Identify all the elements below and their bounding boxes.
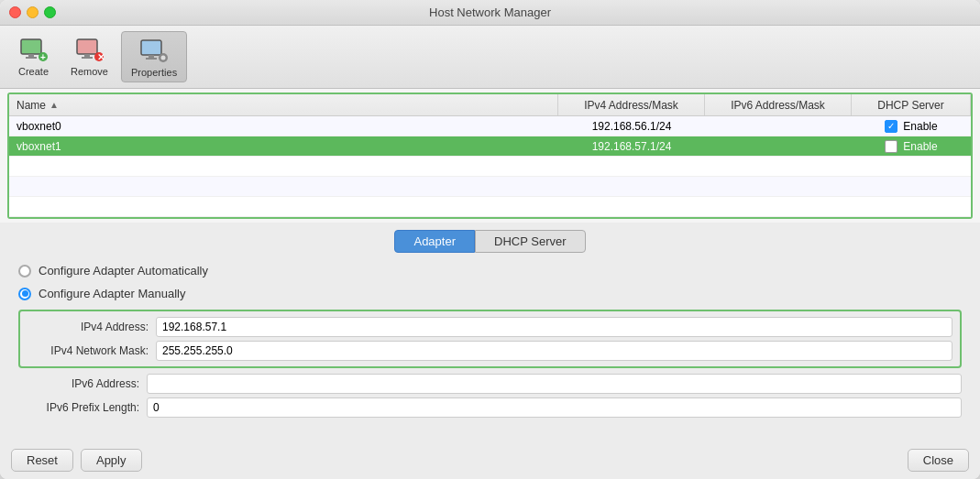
adapter-form: Configure Adapter Automatically Configur… [0,253,980,441]
titlebar-buttons [9,6,56,18]
radio-auto[interactable] [18,265,31,278]
table-body: vboxnet0 192.168.56.1/24 Enable vboxnet1… [9,116,971,217]
svg-point-14 [161,56,166,60]
properties-button[interactable]: Properties [121,31,187,82]
left-buttons: Reset Apply [11,449,142,472]
svg-rect-11 [149,55,154,58]
radio-auto-label: Configure Adapter Automatically [39,264,208,278]
minimize-button[interactable] [27,6,39,18]
titlebar: Host Network Manager [0,0,980,26]
ipv4-mask-label: IPv4 Network Mask: [28,344,156,357]
right-buttons: Close [908,449,969,472]
create-button[interactable]: + Create [9,31,58,82]
ipv4-mask-input[interactable] [156,341,952,361]
svg-rect-12 [146,58,157,60]
radio-auto-row[interactable]: Configure Adapter Automatically [18,264,962,278]
col-dhcp: DHCP Server [852,94,971,115]
svg-rect-2 [26,57,37,59]
remove-label: Remove [71,66,108,77]
empty-row [9,197,971,217]
ipv6-address-input[interactable] [147,374,962,394]
apply-button[interactable]: Apply [81,449,142,472]
svg-rect-1 [28,54,34,57]
ipv6-address-label: IPv6 Address: [18,377,147,390]
svg-text:✕: ✕ [96,52,104,62]
ipv4-fields-section: IPv4 Address: IPv4 Network Mask: [18,310,962,368]
create-label: Create [18,66,49,77]
tab-dhcp-server[interactable]: DHCP Server [475,230,586,253]
cell-dhcp-1: Enable [852,136,971,156]
ipv4-mask-row: IPv4 Network Mask: [28,341,952,361]
ipv6-address-row: IPv6 Address: [18,374,962,394]
svg-rect-10 [141,40,161,55]
ipv4-address-input[interactable] [156,317,952,337]
col-ipv4: IPv4 Address/Mask [558,94,705,115]
properties-label: Properties [131,67,177,78]
dhcp-checkbox-0[interactable] [885,120,897,133]
empty-row [9,177,971,197]
cell-name-0: vboxnet0 [9,116,558,136]
ipv6-prefix-input[interactable] [147,397,962,418]
col-name: Name ▲ [9,94,558,115]
toolbar: + Create ✕ Remove [0,26,980,89]
table-row[interactable]: vboxnet0 192.168.56.1/24 Enable [9,116,971,136]
window-title: Host Network Manager [429,5,551,19]
reset-button[interactable]: Reset [11,449,73,472]
col-ipv6: IPv6 Address/Mask [705,94,852,115]
ipv6-prefix-label: IPv6 Prefix Length: [18,401,147,414]
close-window-button[interactable] [9,6,21,18]
properties-icon [139,36,169,65]
create-icon: + [19,35,49,64]
host-network-manager-window: Host Network Manager + Create [0,0,980,479]
tabs-bar: Adapter DHCP Server [0,223,980,253]
cell-dhcp-0: Enable [852,116,971,136]
radio-manual[interactable] [18,288,31,300]
svg-text:+: + [40,52,46,62]
tab-adapter[interactable]: Adapter [394,230,475,253]
dhcp-checkbox-1[interactable] [885,140,897,153]
svg-rect-0 [21,39,41,54]
ipv4-address-label: IPv4 Address: [28,321,156,333]
svg-rect-5 [77,39,97,54]
cell-ipv6-0 [705,116,852,136]
cell-ipv4-0: 192.168.56.1/24 [558,116,705,136]
maximize-button[interactable] [44,6,56,18]
remove-icon: ✕ [75,35,105,64]
radio-manual-row[interactable]: Configure Adapter Manually [18,287,962,300]
ipv4-address-row: IPv4 Address: [28,317,952,337]
close-button[interactable]: Close [908,449,969,472]
empty-row [9,157,971,177]
ipv6-prefix-row: IPv6 Prefix Length: [18,397,962,418]
radio-manual-label: Configure Adapter Manually [39,287,185,300]
table-header: Name ▲ IPv4 Address/Mask IPv6 Address/Ma… [9,94,971,116]
svg-rect-6 [84,54,90,57]
sort-arrow: ▲ [50,100,59,110]
table-row[interactable]: vboxnet1 192.168.57.1/24 Enable [9,136,971,157]
cell-ipv4-1: 192.168.57.1/24 [558,136,705,156]
remove-button[interactable]: ✕ Remove [61,31,117,82]
svg-rect-7 [82,57,93,59]
bottom-buttons-bar: Reset Apply Close [0,441,980,479]
cell-name-1: vboxnet1 [9,136,558,156]
bottom-section: Adapter DHCP Server Configure Adapter Au… [0,223,980,479]
network-table: Name ▲ IPv4 Address/Mask IPv6 Address/Ma… [7,93,973,219]
cell-ipv6-1 [705,136,852,156]
